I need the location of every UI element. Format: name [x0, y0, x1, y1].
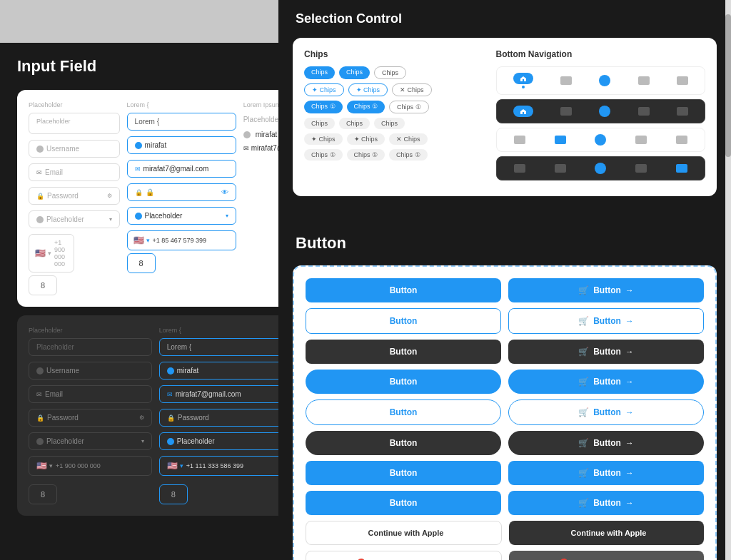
chip-1[interactable]: Chips	[304, 66, 335, 79]
email-label: Email	[45, 168, 63, 176]
btn-outline-blue-1[interactable]: Button	[306, 308, 501, 334]
dark-dropdown-icon	[36, 438, 44, 445]
btn-apple-light[interactable]: Continue with Apple	[306, 521, 502, 545]
nav-item-2-2[interactable]	[550, 134, 570, 146]
counter-box-mid[interactable]: 8	[127, 253, 156, 273]
cart-icon-7: 🛒	[578, 468, 589, 478]
nav-item-3[interactable]	[595, 73, 615, 88]
dark-counter-box[interactable]: 8	[29, 484, 57, 504]
chip-15[interactable]: ✕ Chips	[389, 133, 428, 145]
nav-item-4[interactable]	[634, 75, 654, 86]
chip-10[interactable]: Chips	[304, 118, 335, 129]
nav-icon-2-5	[676, 136, 687, 144]
chip-9[interactable]: Chips ①	[389, 101, 429, 113]
btn-dark-rounded-1[interactable]: Button	[306, 431, 501, 455]
nav-icon-2	[560, 76, 572, 85]
btn-blue-icon-rounded-1[interactable]: 🛒 Button →	[508, 370, 704, 394]
chip-4[interactable]: ✦ Chips	[304, 83, 344, 96]
nav-item-dark2-5[interactable]	[672, 163, 692, 174]
chip-3[interactable]: Chips	[374, 66, 406, 79]
active-email[interactable]: ✉ mirafat7@gmail.com	[127, 160, 236, 178]
active-username[interactable]: mirafat	[127, 136, 236, 154]
nav-item-2[interactable]	[556, 75, 576, 86]
active-phone-field[interactable]: 🇺🇸 ▾ +1 85 467 579 399	[127, 230, 236, 250]
btn-outline-blue-icon-1[interactable]: 🛒 Button →	[508, 308, 704, 334]
btn-row-apple: Continue with Apple Continue with Apple	[306, 521, 704, 545]
nav-icon-dark2-5	[676, 164, 687, 173]
nav-item-dark-4[interactable]	[634, 106, 654, 117]
nav-item-dark2-2[interactable]	[550, 163, 570, 174]
dark-field-username[interactable]: Username	[29, 362, 152, 380]
chip-5[interactable]: ✦ Chips	[348, 83, 388, 96]
btn-blue-1[interactable]: Button	[306, 278, 501, 302]
arrow-icon-3: →	[625, 347, 634, 357]
nav-item-dark-home[interactable]	[509, 104, 538, 118]
dark-settings-icon: ⚙	[139, 414, 144, 421]
btn-outline-rounded-1[interactable]: Button	[306, 399, 501, 425]
nav-item-dark2-1[interactable]	[510, 163, 530, 174]
active-dropdown[interactable]: Placeholder ▾	[127, 207, 236, 225]
placeholder-label: Placeholder	[29, 101, 120, 108]
dropdown-user-icon	[36, 216, 44, 223]
nav-item-2-home[interactable]	[510, 134, 530, 146]
btn-blue-7[interactable]: Button	[306, 461, 501, 485]
nav-bar-2	[496, 128, 705, 152]
password-settings-icon: ⚙	[107, 193, 112, 199]
btn-google-dark[interactable]: Continue with Google	[509, 551, 704, 560]
nav-icon-dark2-2	[555, 164, 566, 173]
dropdown-label: Placeholder	[46, 215, 84, 223]
btn-blue-icon-1[interactable]: 🛒 Button →	[508, 278, 704, 302]
field-dropdown[interactable]: Placeholder ▾	[29, 210, 120, 228]
scrollbar-thumb[interactable]	[725, 14, 731, 157]
dark-field-dropdown[interactable]: Placeholder ▾	[29, 432, 152, 450]
dark-active-dropdown-icon	[167, 438, 174, 445]
active-dropdown-arrow: ▾	[226, 213, 228, 219]
field-email[interactable]: ✉ Email	[29, 163, 120, 181]
btn-blue-icon-8[interactable]: 🛒 Button →	[508, 491, 704, 515]
nav-item-dark2-4[interactable]	[631, 163, 651, 174]
btn-dark-icon-1[interactable]: 🛒 Button →	[508, 340, 704, 364]
btn-dark-1[interactable]: Button	[306, 340, 501, 364]
btn-google-light[interactable]: Continue with Google	[306, 551, 502, 560]
selection-card: Chips Chips Chips Chips ✦ Chips ✦ Chips …	[293, 38, 717, 196]
active-placeholder[interactable]: Lorem {	[127, 113, 236, 131]
btn-blue-8[interactable]: Button	[306, 491, 501, 515]
nav-item-home-active[interactable]	[509, 71, 538, 90]
chip-14[interactable]: ✦ Chips	[347, 133, 385, 145]
user-icon	[36, 146, 44, 153]
btn-apple-dark[interactable]: Continue with Apple	[509, 521, 704, 545]
chip-17[interactable]: Chips ①	[347, 149, 385, 161]
chip-7[interactable]: Chips ①	[304, 101, 343, 113]
nav-item-5[interactable]	[672, 75, 692, 86]
btn-dark-icon-rounded-1[interactable]: 🛒 Button →	[508, 431, 704, 455]
chip-6[interactable]: ✕ Chips	[392, 83, 432, 96]
chip-11[interactable]: Chips	[339, 118, 370, 129]
dark-field-password[interactable]: 🔒 Password ⚙	[29, 409, 152, 427]
btn-outline-rounded-icon-1[interactable]: 🛒 Button →	[508, 399, 704, 425]
scrollbar[interactable]	[725, 0, 731, 560]
btn-blue-rounded-1[interactable]: Button	[306, 370, 501, 394]
nav-item-dark2-3[interactable]	[590, 161, 610, 175]
phone-flag-field[interactable]: 🇺🇸 ▾ +1 900 000 000	[29, 234, 74, 273]
nav-item-dark-3[interactable]	[595, 104, 615, 118]
field-username[interactable]: Username	[29, 140, 120, 158]
nav-item-2-5[interactable]	[672, 134, 692, 146]
nav-item-dark-5[interactable]	[672, 106, 692, 117]
nav-item-2-4[interactable]	[631, 134, 651, 146]
chip-18[interactable]: Chips ①	[389, 149, 428, 161]
field-password[interactable]: 🔒 Password ⚙	[29, 187, 120, 205]
chip-16[interactable]: Chips ①	[304, 149, 343, 161]
btn-blue-icon-7[interactable]: 🛒 Button →	[508, 461, 704, 485]
nav-item-dark-2[interactable]	[556, 106, 576, 117]
counter-box-light[interactable]: 8	[29, 275, 57, 295]
dark-counter-mid[interactable]: 8	[159, 484, 188, 504]
nav-item-2-3[interactable]	[590, 133, 610, 147]
chip-2[interactable]: Chips	[339, 66, 370, 79]
dark-field-email[interactable]: ✉ Email	[29, 385, 152, 403]
chip-12[interactable]: Chips	[374, 118, 405, 129]
chip-13[interactable]: ✦ Chips	[304, 133, 343, 145]
chip-8[interactable]: Chips ①	[347, 101, 385, 113]
active-password[interactable]: 🔒 🔒 👁	[127, 183, 236, 201]
nav-icon-2-3	[595, 134, 606, 146]
dark-phone-field[interactable]: 🇺🇸 ▾ +1 900 000 000	[29, 456, 152, 476]
